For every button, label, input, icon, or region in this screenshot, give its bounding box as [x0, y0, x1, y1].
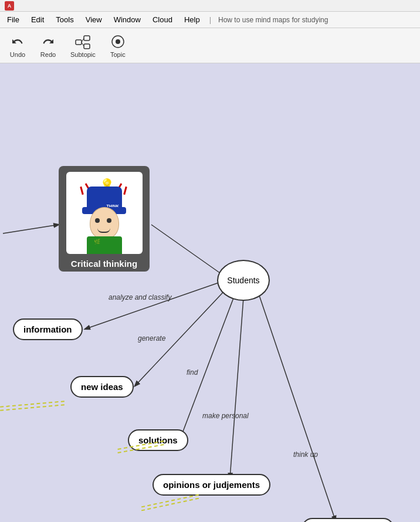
- critical-thinking-node[interactable]: 💡 THINKINGCAP: [59, 166, 150, 272]
- title-bar: A: [0, 0, 420, 12]
- topic-label: Topic: [110, 51, 126, 58]
- svg-rect-2: [84, 44, 90, 49]
- svg-point-6: [116, 39, 120, 44]
- new-connections-node[interactable]: new connections: [302, 518, 394, 522]
- menu-cloud[interactable]: Cloud: [150, 14, 175, 25]
- figure-body: 🌿: [87, 236, 122, 254]
- subtopic-button[interactable]: Subtopic: [70, 33, 96, 58]
- edge-label-find: find: [187, 368, 198, 377]
- menu-separator: |: [209, 15, 211, 24]
- deco-line-5: [141, 494, 199, 508]
- menu-file[interactable]: File: [5, 14, 22, 25]
- information-label: information: [23, 324, 72, 334]
- redo-label: Redo: [40, 51, 56, 58]
- deco-line-6: [141, 498, 199, 511]
- undo-icon: [9, 33, 26, 50]
- app-icon: A: [5, 1, 14, 11]
- menu-bar: File Edit Tools View Window Cloud Help |…: [0, 12, 420, 28]
- opinions-label: opinions or judjements: [163, 480, 260, 490]
- menu-tools[interactable]: Tools: [53, 14, 76, 25]
- edge-label-think-up: think up: [293, 450, 318, 459]
- svg-line-9: [85, 279, 229, 329]
- figure-head: [90, 207, 119, 239]
- new-ideas-label: new ideas: [81, 382, 123, 392]
- information-node[interactable]: information: [13, 318, 83, 340]
- svg-line-12: [230, 298, 243, 478]
- canvas[interactable]: analyze and classify generate find make …: [0, 63, 420, 522]
- edge-label-make-personal: make personal: [202, 412, 249, 420]
- undo-label: Undo: [10, 51, 25, 58]
- svg-line-3: [82, 38, 84, 42]
- deco-line-2: [0, 404, 65, 411]
- opinions-node[interactable]: opinions or judjements: [153, 474, 270, 496]
- redo-button[interactable]: Redo: [40, 33, 56, 58]
- topic-icon: [110, 33, 126, 50]
- subtopic-label: Subtopic: [70, 51, 96, 58]
- spike-right2: [123, 186, 127, 194]
- critical-thinking-image: 💡 THINKINGCAP: [66, 172, 143, 254]
- undo-button[interactable]: Undo: [9, 33, 26, 58]
- new-ideas-node[interactable]: new ideas: [70, 376, 134, 398]
- redo-icon: [40, 33, 56, 50]
- svg-rect-1: [84, 36, 90, 40]
- subtopic-icon: [74, 33, 91, 50]
- edge-label-generate: generate: [138, 334, 165, 343]
- spike-left2: [80, 186, 84, 194]
- edge-label-analyze: analyze and classify: [109, 293, 171, 301]
- svg-line-4: [82, 42, 84, 46]
- menu-window[interactable]: Window: [111, 14, 143, 25]
- menu-edit[interactable]: Edit: [29, 14, 46, 25]
- students-node[interactable]: Students: [217, 260, 270, 301]
- hat: THINKINGCAP: [87, 187, 122, 210]
- deco-line-1: [0, 401, 65, 408]
- solutions-node[interactable]: solutions: [128, 429, 188, 451]
- menu-hint: How to use mind maps for studying: [218, 16, 328, 24]
- svg-rect-0: [76, 40, 82, 45]
- solutions-label: solutions: [138, 435, 178, 445]
- svg-line-8: [3, 225, 59, 233]
- menu-view[interactable]: View: [83, 14, 104, 25]
- menu-help[interactable]: Help: [182, 14, 202, 25]
- toolbar: Undo Redo Subtopic Topic: [0, 28, 420, 63]
- svg-line-7: [151, 225, 229, 279]
- critical-thinking-label: Critical thinking: [71, 259, 137, 271]
- connection-lines: [0, 63, 420, 522]
- topic-button[interactable]: Topic: [110, 33, 126, 58]
- students-label: Students: [227, 276, 259, 285]
